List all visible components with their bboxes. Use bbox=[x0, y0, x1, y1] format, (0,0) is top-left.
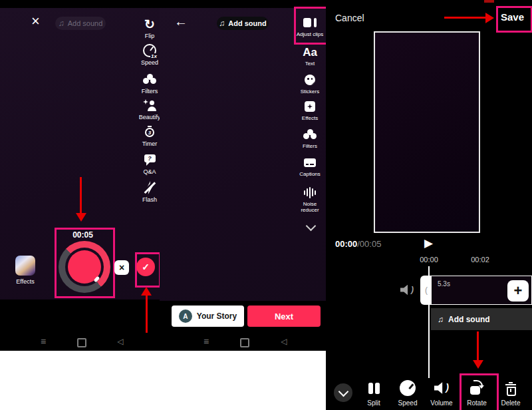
effects-label: Effects bbox=[9, 278, 42, 285]
add-clip-button[interactable]: + bbox=[507, 280, 529, 302]
annotation-arrow-down2-head bbox=[473, 360, 483, 369]
close-icon[interactable]: × bbox=[31, 15, 40, 28]
rotate-icon bbox=[468, 380, 485, 396]
noise-reducer-icon bbox=[304, 186, 317, 198]
tool-adjust-clips[interactable]: Adjust clips bbox=[293, 16, 327, 38]
next-button[interactable]: Next bbox=[247, 306, 321, 327]
volume-icon: ) bbox=[434, 382, 449, 395]
nav-back-icon[interactable]: ◁ bbox=[281, 336, 287, 347]
edit-screen: ← ♫ Add sound Adjust clips Aa Text Stick… bbox=[160, 0, 326, 410]
annotation-arrow-right bbox=[444, 17, 485, 19]
annotation-arrow-down-head bbox=[76, 213, 86, 222]
cropped-annotation-fragment bbox=[484, 0, 494, 3]
timer-icon: 3 bbox=[143, 126, 156, 138]
beautify-icon bbox=[143, 99, 156, 111]
time-current: 00:00 bbox=[335, 239, 357, 249]
add-sound-label: Add sound bbox=[448, 315, 490, 324]
annotation-arrow-up bbox=[146, 296, 148, 333]
time-display: 00:00/00:05 bbox=[335, 239, 381, 249]
add-sound-button[interactable]: ♫ Add sound bbox=[55, 17, 106, 30]
tool-text[interactable]: Aa Text bbox=[293, 45, 327, 67]
music-note-icon: ♫ bbox=[438, 315, 444, 323]
music-note-icon: ♫ bbox=[59, 19, 65, 27]
confirm-button[interactable]: ✓ bbox=[136, 258, 155, 276]
ruler-tick: 00:00 bbox=[412, 256, 446, 264]
discard-button[interactable]: × bbox=[114, 260, 129, 275]
toolbar-delete[interactable]: Delete bbox=[495, 379, 527, 407]
split-icon bbox=[368, 383, 380, 394]
adjust-clips-screen: Cancel Save 00:00/00:05 ▶ 00:00 00:02 ) … bbox=[326, 0, 532, 410]
android-navbar: ≡ ◁ bbox=[0, 335, 160, 351]
annotation-arrow-up-head bbox=[141, 287, 152, 296]
annotation-arrow-down2 bbox=[477, 331, 479, 360]
camera-screen: × ♫ Add sound ↻ Flip 1x Speed Filters Be… bbox=[0, 0, 160, 410]
add-sound-label: Add sound bbox=[68, 19, 103, 27]
nav-menu-icon[interactable]: ≡ bbox=[41, 336, 46, 347]
stickers-icon bbox=[305, 75, 315, 85]
adjust-clips-icon bbox=[303, 17, 317, 28]
discard-x-icon: × bbox=[119, 262, 124, 273]
nav-home-icon[interactable] bbox=[240, 338, 249, 347]
effects-thumbnail[interactable] bbox=[15, 256, 35, 276]
qa-icon: ? bbox=[144, 154, 156, 166]
page-background bbox=[0, 351, 326, 410]
collapse-panel-button[interactable] bbox=[334, 383, 352, 402]
tool-filters[interactable]: Filters bbox=[293, 128, 327, 150]
time-total: /00:05 bbox=[357, 239, 381, 249]
clip-duration: 5.3s bbox=[438, 280, 450, 288]
toolbar-volume[interactable]: ) Volume bbox=[426, 379, 458, 407]
add-sound-button[interactable]: ♫ Add sound bbox=[217, 17, 269, 30]
fullscreen-icon[interactable] bbox=[512, 240, 515, 254]
add-sound-label: Add sound bbox=[228, 19, 266, 27]
nav-back-icon[interactable]: ◁ bbox=[117, 336, 123, 347]
text-icon: Aa bbox=[293, 45, 327, 59]
flash-off-icon bbox=[143, 181, 156, 194]
check-icon: ✓ bbox=[142, 262, 150, 272]
save-button[interactable]: Save bbox=[496, 11, 529, 23]
record-timer: 00:05 bbox=[55, 230, 111, 240]
delete-icon bbox=[505, 382, 516, 395]
toolbar-split[interactable]: Split bbox=[358, 379, 390, 407]
avatar: A bbox=[179, 309, 192, 323]
more-tools-chevron-icon[interactable] bbox=[307, 220, 315, 232]
speed-icon bbox=[400, 380, 416, 396]
effects-icon bbox=[305, 101, 315, 112]
play-button[interactable]: ▶ bbox=[424, 238, 433, 249]
your-story-button[interactable]: A Your Story bbox=[172, 306, 244, 327]
filters-icon bbox=[143, 74, 156, 85]
annotation-arrow-right-head bbox=[485, 13, 494, 23]
tool-noise-reducer[interactable]: Noise reducer bbox=[295, 186, 325, 213]
speed-icon: 1x bbox=[143, 44, 156, 57]
tool-stickers[interactable]: Stickers bbox=[293, 73, 327, 95]
add-sound-track[interactable]: ♫ Add sound bbox=[431, 308, 532, 330]
annotation-arrow-down bbox=[80, 177, 82, 213]
music-note-icon: ♫ bbox=[219, 19, 225, 27]
toolbar-speed[interactable]: Speed bbox=[392, 379, 424, 407]
nav-menu-icon[interactable]: ≡ bbox=[203, 336, 209, 347]
android-navbar: ≡ ◁ bbox=[160, 335, 326, 351]
video-preview bbox=[374, 31, 480, 233]
composite-screenshot: × ♫ Add sound ↻ Flip 1x Speed Filters Be… bbox=[0, 0, 532, 410]
clip-volume-icon: ) bbox=[400, 284, 414, 296]
ruler-tick: 00:02 bbox=[464, 256, 497, 264]
tool-effects[interactable]: Effects bbox=[293, 100, 327, 122]
cancel-button[interactable]: Cancel bbox=[335, 13, 364, 23]
filters-icon bbox=[303, 129, 317, 140]
your-story-label: Your Story bbox=[197, 311, 237, 321]
captions-icon bbox=[304, 158, 316, 167]
tool-captions[interactable]: Captions bbox=[293, 156, 327, 178]
back-arrow-icon[interactable]: ← bbox=[174, 15, 188, 28]
toolbar-rotate[interactable]: Rotate bbox=[461, 379, 493, 407]
nav-home-icon[interactable] bbox=[77, 338, 86, 347]
